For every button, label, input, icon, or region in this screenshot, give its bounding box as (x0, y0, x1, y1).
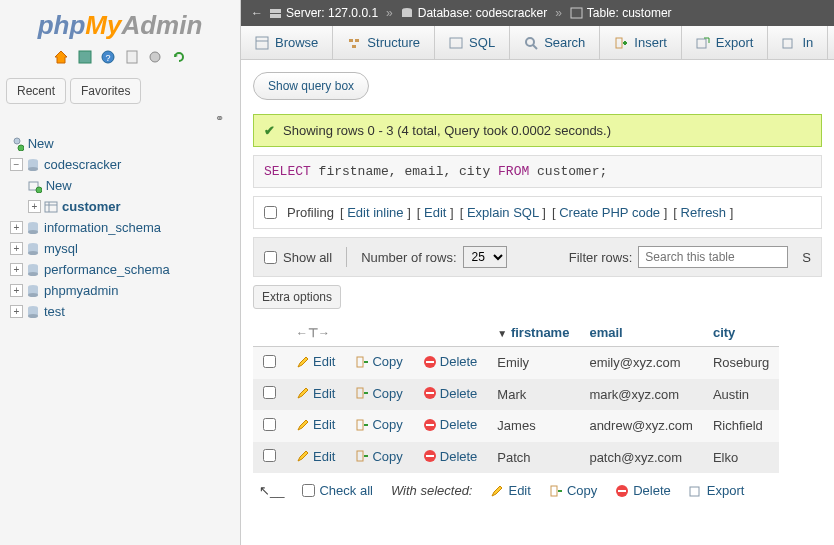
create-php-link[interactable]: Create PHP code (559, 205, 660, 220)
svg-rect-12 (45, 202, 57, 212)
tree-table-customer[interactable]: customer (62, 199, 121, 214)
tree-db-codescracker[interactable]: codescracker (44, 157, 121, 172)
insert-icon (614, 36, 628, 50)
logo[interactable]: phpMyAdmin (6, 6, 234, 47)
svg-text:?: ? (106, 53, 111, 63)
edit-link[interactable]: Edit (424, 205, 446, 220)
row-delete-button[interactable]: Delete (423, 417, 478, 432)
import-icon (782, 36, 796, 50)
database-icon (26, 221, 40, 235)
numrows-select[interactable]: 25 (463, 246, 507, 268)
tab-structure[interactable]: Structure (333, 26, 435, 59)
tab-export[interactable]: Export (682, 26, 769, 59)
home-icon[interactable] (53, 49, 69, 65)
tab-bar: Browse Structure SQL Search Insert Expor… (241, 26, 834, 60)
svg-point-26 (28, 293, 38, 297)
expand-icon[interactable]: + (10, 242, 23, 255)
database-icon (26, 158, 40, 172)
svg-point-9 (28, 167, 38, 171)
show-all-checkbox[interactable] (264, 251, 277, 264)
col-checkbox (253, 319, 286, 347)
svg-rect-0 (79, 51, 91, 63)
cell-email: emily@xyz.com (579, 347, 703, 379)
refresh-link[interactable]: Refresh (681, 205, 727, 220)
row-edit-button[interactable]: Edit (296, 386, 335, 401)
svg-rect-44 (697, 39, 706, 48)
row-delete-button[interactable]: Delete (423, 449, 478, 464)
recent-tab[interactable]: Recent (6, 78, 66, 104)
settings-icon[interactable] (147, 49, 163, 65)
refresh-icon[interactable] (171, 49, 187, 65)
tab-search[interactable]: Search (510, 26, 600, 59)
svg-rect-33 (402, 10, 412, 17)
tab-import[interactable]: In (768, 26, 828, 59)
extra-options-button[interactable]: Extra options (253, 285, 341, 309)
svg-rect-39 (352, 45, 356, 48)
profiling-checkbox[interactable] (264, 206, 277, 219)
row-delete-button[interactable]: Delete (423, 386, 478, 401)
expand-icon[interactable]: + (28, 200, 41, 213)
expand-icon[interactable]: + (10, 305, 23, 318)
success-message: ✔ Showing rows 0 - 3 (4 total, Query too… (253, 114, 822, 147)
row-copy-button[interactable]: Copy (355, 354, 402, 369)
bulk-delete-button[interactable]: Delete (615, 483, 671, 498)
expand-icon[interactable]: + (10, 284, 23, 297)
row-copy-button[interactable]: Copy (355, 417, 402, 432)
svg-rect-30 (270, 9, 281, 13)
col-city[interactable]: city (703, 319, 779, 347)
col-firstname[interactable]: ▼ firstname (487, 319, 579, 347)
collapse-icon[interactable]: − (10, 158, 23, 171)
svg-rect-40 (450, 38, 462, 48)
row-checkbox[interactable] (263, 355, 276, 368)
expand-icon[interactable]: + (10, 263, 23, 276)
svg-rect-38 (355, 39, 359, 42)
edit-inline-link[interactable]: Edit inline (347, 205, 403, 220)
database-icon (26, 242, 40, 256)
row-copy-button[interactable]: Copy (355, 386, 402, 401)
row-checkbox[interactable] (263, 418, 276, 431)
tree-db[interactable]: phpmyadmin (44, 283, 118, 298)
row-checkbox[interactable] (263, 449, 276, 462)
show-query-box-button[interactable]: Show query box (253, 72, 369, 100)
row-checkbox[interactable] (263, 386, 276, 399)
tree-new-table[interactable]: New (46, 178, 72, 193)
tree-db[interactable]: mysql (44, 241, 78, 256)
docs-icon[interactable] (124, 49, 140, 65)
svg-point-6 (18, 145, 24, 151)
col-email[interactable]: email (579, 319, 703, 347)
exit-icon[interactable] (77, 49, 93, 65)
tree-db[interactable]: information_schema (44, 220, 161, 235)
svg-point-17 (28, 230, 38, 234)
row-delete-button[interactable]: Delete (423, 354, 478, 369)
bc-table[interactable]: Table: customer (570, 6, 672, 20)
row-copy-button[interactable]: Copy (355, 449, 402, 464)
bulk-copy-button[interactable]: Copy (549, 483, 597, 498)
filter-input[interactable] (638, 246, 788, 268)
check-all-checkbox[interactable] (302, 484, 315, 497)
help-icon[interactable]: ? (100, 49, 116, 65)
tree-new[interactable]: New (28, 136, 54, 151)
svg-rect-61 (690, 487, 699, 496)
select-arrow-icon: ↖__ (259, 483, 284, 498)
tab-sql[interactable]: SQL (435, 26, 510, 59)
table-row: EditCopyDeleteMarkmark@xyz.comAustin (253, 379, 779, 411)
favorites-tab[interactable]: Favorites (70, 78, 141, 104)
link-icon[interactable]: ⚭ (6, 110, 234, 129)
row-edit-button[interactable]: Edit (296, 449, 335, 464)
bulk-export-button[interactable]: Export (689, 483, 745, 498)
tree-db[interactable]: performance_schema (44, 262, 170, 277)
collapse-panel-icon[interactable]: ← (251, 6, 263, 20)
expand-icon[interactable]: + (10, 221, 23, 234)
bulk-edit-button[interactable]: Edit (490, 483, 530, 498)
cell-firstname: James (487, 410, 579, 442)
bc-database[interactable]: Database: codescracker (401, 6, 547, 20)
explain-sql-link[interactable]: Explain SQL (467, 205, 539, 220)
bc-server[interactable]: Server: 127.0.0.1 (269, 6, 378, 20)
row-edit-button[interactable]: Edit (296, 354, 335, 369)
tab-browse[interactable]: Browse (241, 26, 333, 59)
row-edit-button[interactable]: Edit (296, 417, 335, 432)
tab-insert[interactable]: Insert (600, 26, 682, 59)
tree-db[interactable]: test (44, 304, 65, 319)
check-all-label[interactable]: Check all (319, 483, 372, 498)
results-table: ←⊤→ ▼ firstname email city EditCopyDelet… (253, 319, 779, 473)
